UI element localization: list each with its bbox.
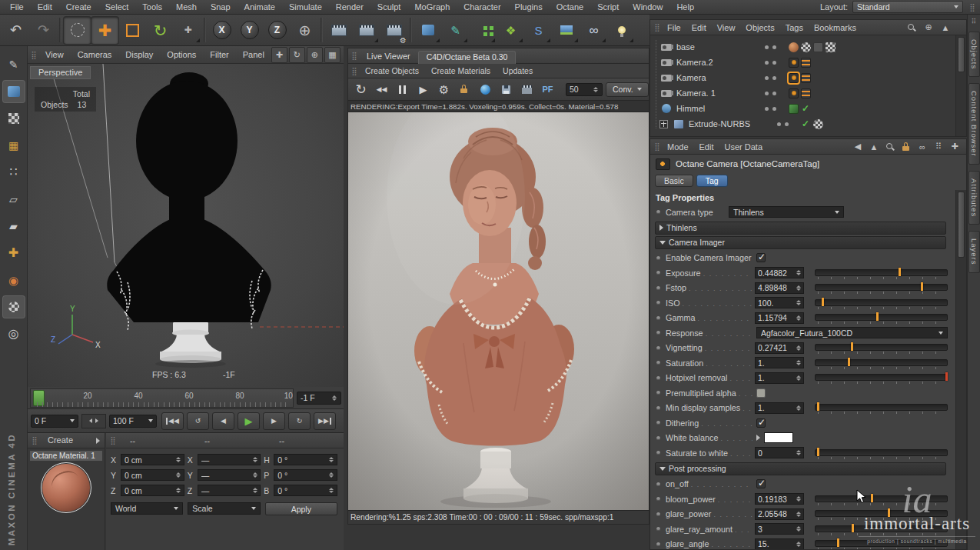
play-backward-button[interactable]: ↺	[187, 412, 209, 430]
param-value-field[interactable]: 0.27421	[755, 342, 804, 354]
param-value-field[interactable]: 0.44882	[755, 267, 804, 278]
menu-item[interactable]: Simulate	[282, 1, 329, 14]
restart-render-button[interactable]: ↻	[352, 81, 370, 98]
param-color-control[interactable]	[756, 432, 793, 443]
render-image[interactable]	[348, 112, 649, 510]
panel-grip-icon[interactable]	[29, 51, 38, 59]
tag-icon[interactable]	[789, 88, 799, 98]
add-mograph[interactable]	[470, 17, 497, 44]
menu-item[interactable]: Cameras	[71, 48, 119, 62]
tag-icon[interactable]	[789, 73, 799, 83]
dock-tab[interactable]: Attributes	[968, 171, 980, 225]
tag-icon[interactable]	[789, 104, 799, 114]
param-slider[interactable]	[815, 523, 948, 535]
slider-marker[interactable]	[851, 342, 853, 351]
spinner-icon[interactable]	[328, 488, 335, 493]
coordinate-system[interactable]: ⊕	[291, 17, 318, 44]
timeline-ruler[interactable]: 20 40 60 80 100	[30, 388, 294, 408]
param-slider[interactable]	[815, 297, 948, 309]
slider-marker[interactable]	[871, 494, 873, 502]
spinner-icon[interactable]	[795, 526, 802, 532]
play-button[interactable]: ▶	[238, 412, 260, 430]
visibility-dot-icon[interactable]	[777, 122, 781, 126]
am-add-icon[interactable]: ✚	[948, 141, 961, 153]
visibility-dot-icon[interactable]	[765, 92, 769, 95]
menu-item[interactable]: Plugins	[508, 1, 550, 14]
lock-z-axis[interactable]: Z	[264, 17, 291, 44]
am-search-icon[interactable]	[884, 141, 896, 153]
param-slider[interactable]	[815, 538, 948, 550]
menu-item[interactable]: Edit	[686, 22, 712, 33]
coord-field[interactable]: 0 cm	[121, 469, 184, 481]
menu-item[interactable]: User Data	[719, 142, 769, 152]
param-value-field[interactable]: 1.	[755, 357, 804, 368]
param-value-field[interactable]: 0	[755, 447, 804, 458]
goto-end-button[interactable]: ▶▶	[314, 412, 336, 430]
menu-item[interactable]: Updates	[497, 65, 539, 76]
coord-field[interactable]: —	[198, 485, 261, 496]
object-name[interactable]: Extrude-NURBS	[689, 119, 773, 128]
tag-icon[interactable]	[801, 73, 811, 83]
menu-item[interactable]: Tags	[780, 22, 809, 33]
add-light[interactable]	[608, 17, 635, 44]
spinner-icon[interactable]	[795, 285, 802, 291]
menu-item[interactable]: Window	[626, 1, 669, 14]
tag-icon[interactable]	[801, 58, 811, 68]
param-value-field[interactable]: 4.89848	[755, 282, 804, 294]
panel-grip-icon[interactable]	[350, 67, 359, 75]
menu-item[interactable]: File	[3, 1, 31, 14]
redo-button[interactable]: ↷	[30, 17, 57, 44]
am-back-icon[interactable]: ◀	[852, 141, 864, 153]
tag-icon[interactable]	[801, 42, 811, 52]
param-value-field[interactable]: 15.	[755, 538, 804, 550]
make-editable[interactable]: ✎	[3, 54, 25, 75]
add-floor[interactable]	[553, 17, 580, 44]
max-samples-field[interactable]: 50	[566, 83, 603, 96]
spinner-icon[interactable]	[795, 360, 802, 365]
slider-marker[interactable]	[876, 312, 879, 321]
visibility-toggles[interactable]	[765, 107, 785, 111]
dock-tab[interactable]: Layers	[968, 231, 980, 273]
spinner-icon[interactable]	[175, 488, 182, 493]
lock-resolution-button[interactable]	[456, 81, 473, 98]
coord-field[interactable]: 0 cm	[121, 485, 184, 496]
dock-tab[interactable]: Content Browser	[968, 83, 980, 165]
section-thinlens[interactable]: Thinlens	[655, 222, 946, 235]
param-slider[interactable]	[815, 447, 948, 459]
coord-column-header[interactable]: --	[118, 436, 192, 445]
render-visibility-dot-icon[interactable]	[772, 92, 776, 95]
menu-item[interactable]: Sculpt	[370, 1, 408, 14]
create-menu[interactable]: Create	[41, 434, 80, 447]
am-up-icon[interactable]: ▲	[868, 141, 880, 153]
convergence-button[interactable]: Conv.	[606, 82, 649, 97]
snap-settings[interactable]: ◎	[3, 323, 25, 345]
render-visibility-dot-icon[interactable]	[785, 122, 789, 126]
param-checkbox[interactable]	[756, 388, 766, 398]
menu-item[interactable]: Script	[590, 1, 626, 14]
object-row[interactable]: Kamera	[650, 70, 966, 85]
param-slider[interactable]	[815, 493, 948, 505]
viewport-canvas[interactable]: Y Z X Perspective Total Objects13 FPS : …	[28, 64, 344, 387]
current-frame-marker[interactable]	[33, 390, 45, 406]
coord-field[interactable]: 0 °	[274, 454, 337, 465]
tag-icon[interactable]	[789, 42, 799, 52]
layout-dropdown[interactable]: Standard	[852, 1, 963, 13]
om-search-icon[interactable]	[905, 22, 918, 34]
coordinate-space-dropdown[interactable]: World	[111, 502, 183, 515]
slider-marker[interactable]	[817, 448, 819, 456]
toolbar-button[interactable]	[410, 18, 412, 42]
menu-item[interactable]: Mode	[662, 142, 694, 152]
am-lock-icon[interactable]	[900, 141, 912, 153]
param-checkbox[interactable]	[756, 253, 766, 262]
slider-marker[interactable]	[817, 402, 819, 411]
slider-marker[interactable]	[852, 524, 854, 532]
panel-grip-icon[interactable]	[653, 142, 662, 151]
menu-item[interactable]: Create Materials	[425, 65, 497, 76]
render-visibility-dot-icon[interactable]	[772, 61, 776, 65]
picture-viewer-button[interactable]	[518, 81, 536, 98]
tag-icon[interactable]	[801, 104, 811, 114]
menu-item[interactable]: Tools	[135, 1, 169, 14]
visibility-toggles[interactable]	[765, 61, 785, 65]
param-slider[interactable]	[815, 357, 948, 369]
render-visibility-dot-icon[interactable]	[772, 107, 776, 111]
